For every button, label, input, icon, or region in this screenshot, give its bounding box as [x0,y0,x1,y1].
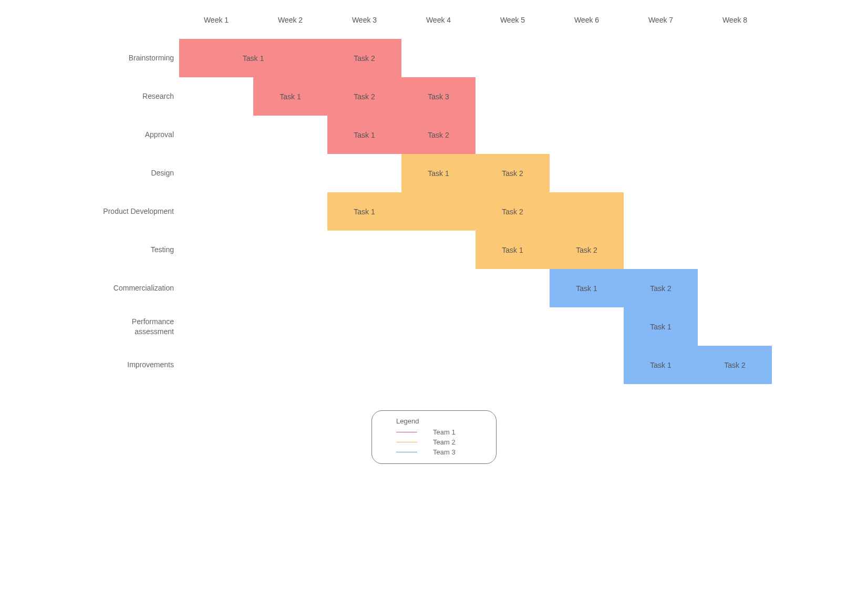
row-track: Task 1 Task 2 [179,269,772,307]
row-track: Task 1 Task 2 [179,116,772,154]
task-bar: Task 3 [401,77,476,116]
legend-title: Legend [381,417,487,425]
gantt-chart: Week 1 Week 2 Week 3 Week 4 Week 5 Week … [95,11,773,464]
legend-item-team2: Team 2 [381,438,487,446]
gantt-row: Performance assessment Task 1 [95,307,773,346]
task-bar: Task 1 [476,231,550,269]
gantt-row: Brainstorming Task 1 Task 2 [95,39,773,77]
x-axis: Week 1 Week 2 Week 3 Week 4 Week 5 Week … [179,11,773,39]
gantt-row: Product Development Task 1 Task 2 [95,192,773,231]
task-bar: Task 2 [476,154,550,192]
task-bar: Task 2 [327,39,401,77]
task-bar: Task 1 [624,346,698,384]
gantt-row: Improvements Task 1 Task 2 [95,346,773,384]
row-label-performance-assessment: Performance assessment [95,317,179,336]
week-header: Week 7 [624,11,698,39]
task-bar: Task 2 [698,346,772,384]
task-bar: Task 1 [327,116,401,154]
week-header: Week 2 [253,11,327,39]
task-bar: Task 1 [401,154,476,192]
row-label-commercialization: Commercialization [95,283,179,293]
row-label-design: Design [95,168,179,178]
row-label-product-development: Product Development [95,206,179,216]
legend-label: Team 2 [433,438,456,446]
task-bar: Task 2 [401,116,476,154]
week-header: Week 8 [698,11,772,39]
legend-item-team1: Team 1 [381,428,487,436]
task-bar: Task 2 [327,77,401,116]
task-bar: Task 2 [401,192,624,231]
legend-label: Team 1 [433,428,456,436]
task-bar: Task 2 [624,269,698,307]
gantt-row: Testing Task 1 Task 2 [95,231,773,269]
task-bar: Task 1 [179,39,327,77]
row-track: Task 1 Task 2 [179,231,772,269]
row-track: Task 1 Task 2 [179,192,772,231]
row-track: Task 1 Task 2 [179,346,772,384]
gantt-row: Design Task 1 Task 2 [95,154,773,192]
row-label-brainstorming: Brainstorming [95,53,179,63]
legend-swatch-icon [396,432,417,432]
row-track: Task 1 Task 2 Task 3 [179,77,772,116]
week-header: Week 5 [476,11,550,39]
row-track: Task 1 Task 2 [179,154,772,192]
week-header: Week 3 [327,11,401,39]
row-label-improvements: Improvements [95,360,179,369]
gantt-row: Research Task 1 Task 2 Task 3 [95,77,773,116]
week-header: Week 1 [179,11,253,39]
week-header: Week 6 [550,11,624,39]
row-label-testing: Testing [95,245,179,254]
legend-swatch-icon [396,442,417,442]
task-bar: Task 1 [624,307,698,346]
task-bar: Task 1 [253,77,327,116]
week-header: Week 4 [401,11,476,39]
legend-swatch-icon [396,452,417,452]
task-bar: Task 1 [327,192,401,231]
row-track: Task 1 [179,307,772,346]
task-bar: Task 2 [550,231,624,269]
gantt-row: Commercialization Task 1 Task 2 [95,269,773,307]
legend-item-team3: Team 3 [381,448,487,456]
gantt-row: Approval Task 1 Task 2 [95,116,773,154]
row-label-research: Research [95,91,179,101]
row-track: Task 1 Task 2 [179,39,772,77]
legend: Legend Team 1 Team 2 Team 3 [371,410,497,464]
row-label-approval: Approval [95,130,179,139]
legend-label: Team 3 [433,448,456,456]
task-bar: Task 1 [550,269,624,307]
